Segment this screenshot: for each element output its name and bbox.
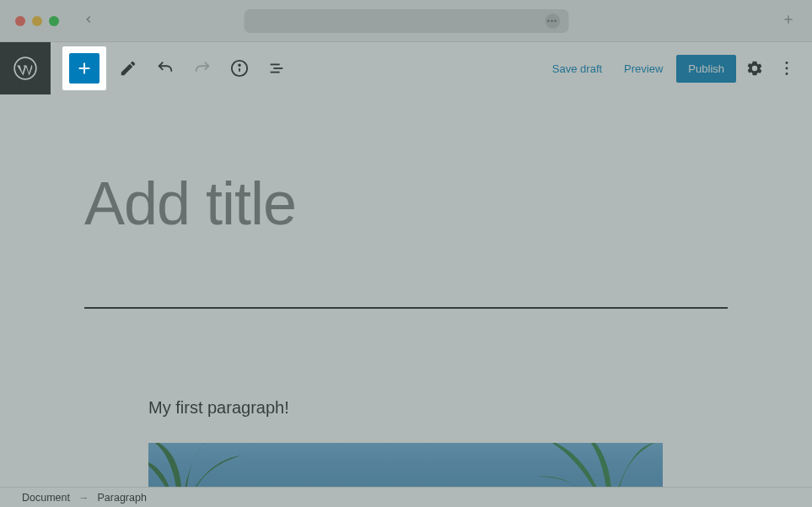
info-icon: [230, 59, 249, 78]
wordpress-logo[interactable]: [0, 42, 51, 94]
image-block[interactable]: [148, 443, 663, 487]
undo-icon: [156, 59, 175, 78]
close-window[interactable]: [15, 16, 25, 26]
breadcrumb-root[interactable]: Document: [22, 492, 70, 504]
address-bar[interactable]: •••: [244, 9, 568, 33]
more-options-button[interactable]: [773, 59, 800, 78]
outline-button[interactable]: [261, 53, 292, 84]
block-breadcrumb: Document → Paragraph: [0, 487, 812, 507]
info-button[interactable]: [224, 53, 255, 84]
new-tab-button[interactable]: [782, 13, 795, 30]
plus-icon: [75, 59, 94, 78]
kebab-icon: [777, 59, 796, 78]
breadcrumb-current[interactable]: Paragraph: [97, 492, 146, 504]
toolbar-left: [62, 46, 292, 90]
svg-point-11: [786, 62, 788, 64]
redo-button[interactable]: [187, 53, 218, 84]
breadcrumb-arrow-icon: →: [78, 492, 89, 504]
svg-point-7: [239, 64, 240, 66]
pencil-icon: [119, 59, 137, 78]
add-block-button[interactable]: [69, 53, 99, 84]
header-right: Save draft Preview Publish: [544, 55, 812, 83]
settings-button[interactable]: [741, 59, 768, 78]
gear-icon: [745, 59, 764, 78]
traffic-lights: [15, 16, 59, 26]
save-draft-button[interactable]: Save draft: [544, 56, 610, 82]
undo-button[interactable]: [150, 53, 180, 84]
separator-block[interactable]: [84, 307, 728, 309]
maximize-window[interactable]: [49, 16, 59, 26]
editor-header: Save draft Preview Publish: [0, 42, 812, 94]
svg-point-13: [786, 73, 788, 75]
back-button[interactable]: [83, 13, 94, 29]
post-title-input[interactable]: Add title: [84, 169, 728, 238]
editor-canvas: Add title My first paragraph!: [0, 94, 812, 487]
redo-icon: [193, 59, 212, 78]
svg-point-12: [786, 67, 788, 70]
preview-button[interactable]: Preview: [616, 56, 671, 82]
paragraph-block[interactable]: My first paragraph!: [148, 398, 812, 418]
site-options-icon[interactable]: •••: [545, 13, 560, 29]
edit-mode-button[interactable]: [113, 53, 143, 84]
add-block-highlight: [62, 46, 106, 90]
minimize-window[interactable]: [32, 16, 42, 26]
outline-icon: [267, 59, 286, 78]
browser-titlebar: •••: [0, 0, 812, 42]
publish-button[interactable]: Publish: [676, 55, 736, 83]
